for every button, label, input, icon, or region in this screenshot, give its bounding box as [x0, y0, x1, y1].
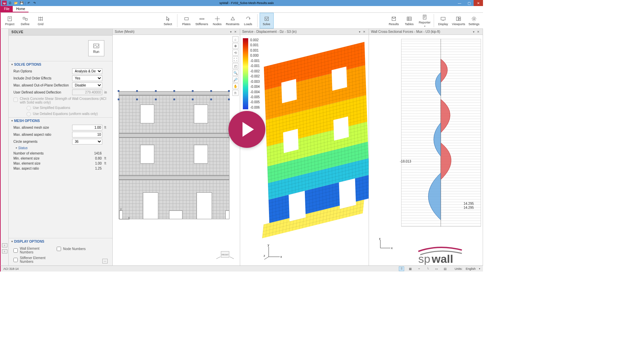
- legend-value: 0.001: [250, 43, 260, 47]
- close-icon[interactable]: ✕: [362, 29, 367, 34]
- grid-button[interactable]: Grid: [34, 13, 48, 28]
- results-icon: [391, 16, 397, 22]
- settings-button[interactable]: Settings: [467, 13, 481, 28]
- force-value-2: 14.295: [464, 202, 474, 205]
- stiffener-icon: [199, 16, 205, 22]
- minimize-button[interactable]: —: [455, 0, 464, 6]
- redo-icon[interactable]: ↷: [32, 1, 37, 5]
- select-button[interactable]: Select: [161, 13, 175, 28]
- svg-rect-29: [459, 17, 461, 18]
- display-button[interactable]: Display: [436, 13, 450, 28]
- dropdown-icon[interactable]: ▾: [357, 29, 362, 34]
- deformed-mesh[interactable]: [264, 42, 369, 246]
- zoom-window-icon[interactable]: ⛶: [232, 56, 238, 62]
- viewports-button[interactable]: Viewports: [451, 13, 466, 28]
- zoom-out-icon[interactable]: 🔎: [232, 76, 238, 82]
- palette-icon[interactable]: ▤: [442, 266, 448, 271]
- ribbon: Project Define Grid Select Plates Stiffe…: [0, 13, 483, 29]
- run-button[interactable]: Run: [88, 40, 104, 56]
- chk-stiff-numbers[interactable]: Stiffener Element Numbers: [13, 256, 50, 263]
- layers-icon[interactable]: ▭: [434, 266, 439, 271]
- include-2nd-select[interactable]: Yes: [72, 75, 102, 81]
- panel-title: SOLVE: [9, 29, 112, 36]
- user-deflection-input: [72, 89, 102, 95]
- svg-text:z: z: [264, 254, 265, 257]
- close-icon[interactable]: ✕: [476, 29, 481, 34]
- app-icon: sp: [2, 1, 7, 5]
- chk-concrete-shear[interactable]: Check Concrete Shear Strength of Wall Cr…: [9, 96, 112, 117]
- tab-file[interactable]: File: [1, 6, 13, 12]
- reporter-button[interactable]: Reporter▾: [418, 13, 432, 28]
- zoom-in-icon[interactable]: 🔍: [232, 70, 238, 76]
- new-icon[interactable]: 🗋: [8, 1, 12, 5]
- loads-button[interactable]: Loads: [241, 13, 255, 28]
- solve-button[interactable]: Solve: [260, 13, 274, 28]
- nodes-button[interactable]: Nodes: [210, 13, 224, 28]
- left-gutter: ≡ ≡: [1, 29, 9, 265]
- legend-value: -0.002: [250, 74, 260, 78]
- mesh-size-input[interactable]: [72, 125, 102, 130]
- legend-value: -0.003: [250, 80, 260, 83]
- rotate-icon[interactable]: ⟲: [232, 50, 238, 56]
- undo-icon[interactable]: ↶: [26, 1, 31, 5]
- maximize-button[interactable]: ▢: [464, 0, 474, 6]
- max-elem-value: 1.00: [72, 162, 102, 165]
- max-deflection-select[interactable]: Disable: [72, 82, 102, 88]
- svg-rect-16: [265, 17, 268, 20]
- forces-diagram[interactable]: -18.013 14.295 14.295: [380, 39, 483, 233]
- viewports: Solve (Mesh) ▾ ✕ ⌂ ✥ ⟲ ⛶ ◰ 🔍 🔎 ✋ ⎘: [113, 29, 483, 265]
- open-icon[interactable]: 📂: [13, 1, 18, 5]
- aspect-ratio-input[interactable]: [72, 132, 102, 137]
- plate-icon: [183, 16, 190, 22]
- gutter-btn-1[interactable]: ≡: [2, 243, 7, 247]
- zoom-extents-icon[interactable]: ◰: [232, 63, 238, 69]
- snap-icon[interactable]: ⫟: [416, 266, 422, 271]
- home-icon[interactable]: ⌂: [232, 36, 238, 42]
- dropdown-icon[interactable]: ▾: [228, 29, 233, 34]
- copy-view-icon[interactable]: ⎘: [232, 90, 238, 96]
- legend-value: -0.005: [250, 100, 260, 104]
- pan-icon[interactable]: ✋: [232, 83, 238, 89]
- dialog-launcher-icon[interactable]: ⋯: [102, 259, 108, 263]
- display-options-header[interactable]: DISPLAY OPTIONS: [9, 238, 112, 245]
- menu-bar: File Home: [0, 6, 483, 13]
- results-button[interactable]: Results: [387, 13, 401, 28]
- aspect-ratio-label: Max. allowed aspect ratio: [13, 133, 70, 136]
- legend-value: -0.004: [250, 85, 260, 88]
- define-button[interactable]: Define: [18, 13, 32, 28]
- ortho-icon[interactable]: └: [425, 266, 430, 271]
- close-button[interactable]: ✕: [474, 0, 483, 6]
- svg-rect-11: [200, 18, 204, 19]
- close-icon[interactable]: ✕: [233, 29, 238, 34]
- chk-wall-numbers[interactable]: Wall Element Numbers: [13, 247, 50, 254]
- gear-icon: [471, 16, 477, 22]
- view-forces-title: Wall Cross-Sectional Forces - Mux - U3 (…: [371, 30, 440, 34]
- mesh-geometry[interactable]: [119, 91, 229, 221]
- solve-options-header[interactable]: SOLVE OPTIONS: [9, 61, 112, 68]
- grid-squares-icon[interactable]: ▦: [408, 266, 413, 271]
- status-header[interactable]: Status: [9, 145, 112, 151]
- gutter-btn-2[interactable]: ≡: [2, 249, 7, 253]
- chk-node-numbers[interactable]: Node Numbers: [57, 247, 86, 251]
- circle-segments-label: Circle segments: [13, 140, 70, 143]
- legend-value: -0.001: [250, 59, 260, 63]
- dropdown-icon[interactable]: ▾: [471, 29, 476, 34]
- tab-home[interactable]: Home: [13, 6, 29, 12]
- run-options-select[interactable]: Analysis & Design: [72, 68, 102, 74]
- grid-dots-icon[interactable]: ⠿: [399, 266, 404, 271]
- play-button[interactable]: [228, 111, 265, 148]
- stiffeners-button[interactable]: Stiffeners: [195, 13, 209, 28]
- plates-button[interactable]: Plates: [179, 13, 194, 28]
- mesh-options-header[interactable]: MESH OPTIONS: [9, 118, 112, 124]
- define-icon: [22, 16, 28, 22]
- tables-button[interactable]: Tables: [402, 13, 416, 28]
- circle-segments-select[interactable]: 36: [72, 139, 102, 144]
- units-value[interactable]: English: [466, 267, 476, 270]
- view-cube[interactable]: FRONT: [216, 249, 234, 261]
- svg-line-38: [230, 257, 234, 259]
- max-deflection-label: Max. allowed Out-of-Plane Deflection: [13, 83, 70, 87]
- project-button[interactable]: Project: [3, 13, 17, 28]
- save-icon[interactable]: 💾: [19, 1, 24, 5]
- restraints-button[interactable]: Restraints: [226, 13, 240, 28]
- move-icon[interactable]: ✥: [232, 43, 238, 49]
